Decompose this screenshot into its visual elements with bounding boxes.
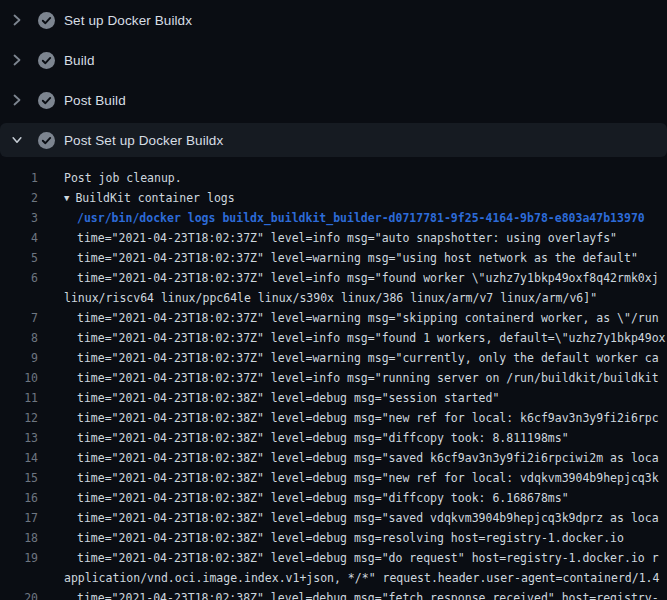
section-title: Post Build: [64, 93, 126, 108]
log-text: time="2021-04-23T18:02:38Z" level=debug …: [38, 488, 569, 508]
step-log-viewer: 1Post job cleanup.2▼BuildKit container l…: [0, 160, 667, 600]
log-line: 2▼BuildKit container logs: [0, 188, 667, 208]
line-number[interactable]: 11: [0, 388, 38, 408]
log-text: time="2021-04-23T18:02:37Z" level=warnin…: [38, 308, 659, 328]
log-line: 5time="2021-04-23T18:02:37Z" level=warni…: [0, 248, 667, 268]
line-number[interactable]: 19: [0, 548, 38, 568]
log-line: 12time="2021-04-23T18:02:38Z" level=debu…: [0, 408, 667, 428]
log-text: linux/riscv64 linux/ppc64le linux/s390x …: [38, 288, 597, 308]
log-text: time="2021-04-23T18:02:38Z" level=debug …: [38, 408, 659, 428]
check-circle-icon: [38, 52, 55, 69]
log-line: 16time="2021-04-23T18:02:38Z" level=debu…: [0, 488, 667, 508]
chevron-down-icon[interactable]: [11, 132, 23, 148]
line-number[interactable]: 15: [0, 468, 38, 488]
log-line: 17time="2021-04-23T18:02:38Z" level=debu…: [0, 508, 667, 528]
line-number[interactable]: 18: [0, 528, 38, 548]
line-number[interactable]: 6: [0, 268, 38, 288]
log-text: time="2021-04-23T18:02:38Z" level=debug …: [38, 588, 659, 600]
log-line: 9time="2021-04-23T18:02:37Z" level=warni…: [0, 348, 667, 368]
line-number[interactable]: 8: [0, 328, 38, 348]
line-number[interactable]: 14: [0, 448, 38, 468]
log-line-continuation: application/vnd.oci.image.index.v1+json,…: [0, 568, 667, 588]
command-text: /usr/bin/docker logs buildx_buildkit_bui…: [38, 208, 645, 228]
line-number[interactable]: 12: [0, 408, 38, 428]
section-title: Build: [64, 53, 95, 68]
log-line: 8time="2021-04-23T18:02:37Z" level=info …: [0, 328, 667, 348]
log-text: time="2021-04-23T18:02:37Z" level=info m…: [38, 268, 659, 288]
chevron-right-icon[interactable]: [11, 52, 23, 68]
line-number: [0, 568, 38, 588]
line-number[interactable]: 3: [0, 208, 38, 228]
line-number[interactable]: 4: [0, 228, 38, 248]
line-number[interactable]: 10: [0, 368, 38, 388]
log-text: time="2021-04-23T18:02:37Z" level=info m…: [38, 228, 617, 248]
log-text: time="2021-04-23T18:02:38Z" level=debug …: [38, 548, 659, 568]
log-line: 11time="2021-04-23T18:02:38Z" level=debu…: [0, 388, 667, 408]
log-text: time="2021-04-23T18:02:38Z" level=debug …: [38, 528, 624, 548]
log-line: 10time="2021-04-23T18:02:37Z" level=info…: [0, 368, 667, 388]
line-number[interactable]: 9: [0, 348, 38, 368]
section-title: Set up Docker Buildx: [64, 13, 192, 28]
log-line-continuation: linux/riscv64 linux/ppc64le linux/s390x …: [0, 288, 667, 308]
chevron-right-icon[interactable]: [11, 92, 23, 108]
line-number[interactable]: 1: [0, 168, 38, 188]
log-text: time="2021-04-23T18:02:38Z" level=debug …: [38, 448, 659, 468]
log-line: 19time="2021-04-23T18:02:38Z" level=debu…: [0, 548, 667, 568]
section-title: Post Set up Docker Buildx: [64, 133, 223, 148]
log-line: 13time="2021-04-23T18:02:38Z" level=debu…: [0, 428, 667, 448]
section-header-set-up-docker-buildx[interactable]: Set up Docker Buildx: [0, 3, 667, 37]
log-text: time="2021-04-23T18:02:38Z" level=debug …: [38, 508, 659, 528]
line-number[interactable]: 20: [0, 588, 38, 600]
log-text: time="2021-04-23T18:02:37Z" level=warnin…: [38, 248, 638, 268]
log-text: time="2021-04-23T18:02:37Z" level=info m…: [38, 368, 659, 388]
log-text: Post job cleanup.: [38, 168, 182, 188]
line-number[interactable]: 5: [0, 248, 38, 268]
log-group-toggle-icon[interactable]: ▼: [64, 188, 69, 208]
log-text: BuildKit container logs: [75, 191, 234, 205]
section-header-build[interactable]: Build: [0, 43, 667, 77]
log-text: time="2021-04-23T18:02:38Z" level=debug …: [38, 468, 659, 488]
log-line: 14time="2021-04-23T18:02:38Z" level=debu…: [0, 448, 667, 468]
log-text: time="2021-04-23T18:02:37Z" level=warnin…: [38, 348, 659, 368]
check-circle-icon: [38, 132, 55, 149]
check-circle-icon: [38, 92, 55, 109]
log-line: 20time="2021-04-23T18:02:38Z" level=debu…: [0, 588, 667, 600]
log-line: 3/usr/bin/docker logs buildx_buildkit_bu…: [0, 208, 667, 228]
line-number[interactable]: 17: [0, 508, 38, 528]
log-text: time="2021-04-23T18:02:38Z" level=debug …: [38, 428, 569, 448]
check-circle-icon: [38, 12, 55, 29]
log-text: application/vnd.oci.image.index.v1+json,…: [38, 568, 659, 588]
line-number[interactable]: 7: [0, 308, 38, 328]
chevron-right-icon[interactable]: [11, 12, 23, 28]
line-number: [0, 288, 38, 308]
log-text: time="2021-04-23T18:02:38Z" level=debug …: [38, 388, 499, 408]
line-number[interactable]: 16: [0, 488, 38, 508]
log-line: 7time="2021-04-23T18:02:37Z" level=warni…: [0, 308, 667, 328]
section-header-post-build[interactable]: Post Build: [0, 83, 667, 117]
log-line: 15time="2021-04-23T18:02:38Z" level=debu…: [0, 468, 667, 488]
job-steps-list: Set up Docker BuildxBuildPost BuildPost …: [0, 0, 667, 160]
line-number[interactable]: 2: [0, 188, 38, 208]
log-line: 4time="2021-04-23T18:02:37Z" level=info …: [0, 228, 667, 248]
section-header-post-set-up-docker-buildx[interactable]: Post Set up Docker Buildx: [0, 123, 667, 157]
log-text: time="2021-04-23T18:02:37Z" level=info m…: [38, 328, 666, 348]
log-line: 6time="2021-04-23T18:02:37Z" level=info …: [0, 268, 667, 288]
log-group-title: ▼BuildKit container logs: [38, 188, 235, 208]
log-line: 1Post job cleanup.: [0, 168, 667, 188]
log-line: 18time="2021-04-23T18:02:38Z" level=debu…: [0, 528, 667, 548]
line-number[interactable]: 13: [0, 428, 38, 448]
